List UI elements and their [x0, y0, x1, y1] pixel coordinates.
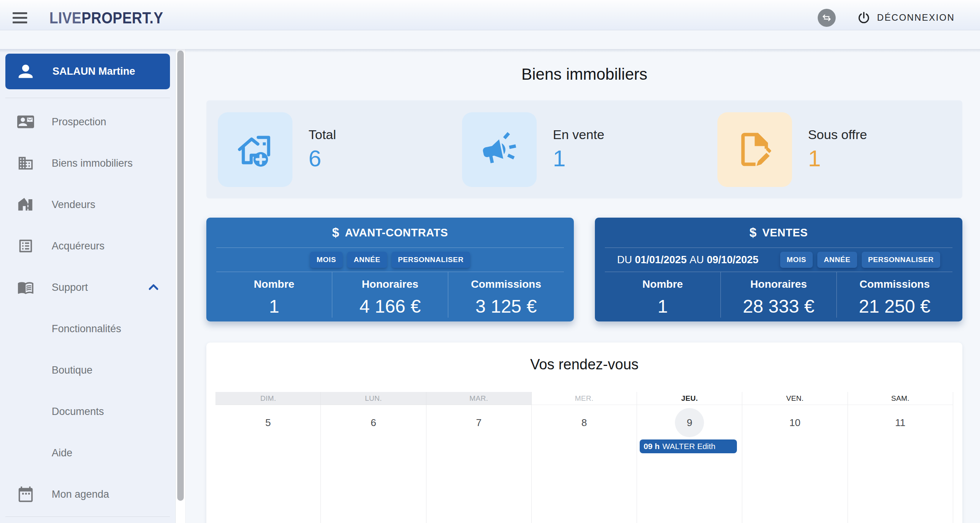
icon-spacer	[17, 403, 34, 420]
panel-avant-contrats: $AVANT-CONTRATSMOISANNÉEPERSONNALISERNom…	[206, 218, 574, 321]
sidebar-item-label: Acquéreurs	[52, 240, 105, 252]
panel-col-honoraires: Honoraires4 166 €	[332, 272, 448, 318]
sidebar-item-prospection[interactable]: Prospection	[0, 101, 175, 143]
menu-icon[interactable]	[13, 12, 27, 23]
panel-col-nombre: Nombre1	[216, 272, 332, 318]
person-icon	[17, 63, 34, 80]
day-number: 5	[253, 408, 283, 437]
agenda-title: Vos rendez-vous	[216, 343, 953, 373]
panel-col-commissions: Commissions21 250 €	[836, 272, 952, 318]
panel-col-nombre: Nombre1	[605, 272, 720, 318]
day-number: 10	[781, 408, 810, 437]
sidebar-menu: ProspectionBiens immobiliersVendeursAcqu…	[0, 101, 175, 515]
stat-total: Total6	[218, 112, 451, 187]
sidebar: SALAUN Martine ProspectionBiens immobili…	[0, 49, 175, 523]
panel-col-label: Commissions	[471, 278, 541, 290]
stat-sous-offre: Sous offre1	[696, 112, 951, 187]
sidebar-item-label: Biens immobiliers	[52, 157, 133, 169]
icon-spacer	[17, 362, 34, 379]
sidebar-item-label: Vendeurs	[52, 199, 95, 211]
sidebar-item-label: Support	[52, 282, 88, 293]
calendar-day-cell[interactable]: 8	[532, 405, 637, 523]
period-button-mois[interactable]: MOIS	[310, 252, 343, 268]
sidebar-item-mon-agenda[interactable]: Mon agenda	[0, 474, 175, 515]
stat-label: Total	[309, 127, 336, 142]
sidebar-scrollbar[interactable]	[175, 49, 186, 523]
appointment-name: WALTER Edith	[662, 442, 715, 451]
stat-value: 1	[553, 145, 604, 172]
icon-spacer	[17, 320, 34, 337]
sidebar-item-label: Mon agenda	[52, 489, 109, 500]
house-plus-icon	[218, 112, 292, 187]
app: LIVEPROPERT.Y DÉCONNEXION	[0, 0, 980, 523]
page-title: Biens immobiliers	[206, 65, 962, 84]
sidebar-item-label: Prospection	[52, 116, 106, 128]
calendar-day-cell[interactable]: 10	[742, 405, 848, 523]
panel-col-label: Nombre	[254, 278, 294, 290]
sidebar-item-boutique[interactable]: Boutique	[0, 349, 175, 391]
panel-title: VENTES	[762, 226, 808, 239]
panel-stats: Nombre1Honoraires4 166 €Commissions3 125…	[216, 272, 564, 318]
panel-col-value: 21 250 €	[859, 296, 931, 317]
calendar-day-cell[interactable]: 7	[426, 405, 532, 523]
book-icon	[17, 279, 34, 296]
sidebar-user-label: SALAUN Martine	[52, 66, 135, 77]
stat-value: 1	[808, 145, 867, 172]
main-area: Biens immobiliers Total6En vente1Sous of…	[186, 49, 980, 523]
sidebar-scrollbar-thumb[interactable]	[177, 51, 184, 501]
sidebar-item-aide[interactable]: Aide	[0, 432, 175, 474]
calendar-day-cell[interactable]: 6	[321, 405, 426, 523]
panels-row: $AVANT-CONTRATSMOISANNÉEPERSONNALISERNom…	[206, 218, 962, 321]
calendar-day-cell[interactable]: 909 hWALTER Edith	[637, 405, 742, 523]
panel-col-value: 1	[269, 296, 279, 317]
weekday-header-dim: DIM.	[216, 392, 321, 405]
stat-en-vente: En vente1	[451, 112, 696, 187]
sidebar-item-user-selected[interactable]: SALAUN Martine	[5, 54, 170, 89]
panel-stats: Nombre1Honoraires28 333 €Commissions21 2…	[605, 272, 952, 318]
panel-col-label: Honoraires	[750, 278, 807, 290]
logout-label: DÉCONNEXION	[877, 12, 955, 23]
appointment-pill[interactable]: 09 hWALTER Edith	[640, 439, 737, 453]
period-button-annee[interactable]: ANNÉE	[817, 252, 857, 268]
appointment-time: 09 h	[644, 442, 660, 451]
sidebar-divider	[5, 98, 170, 98]
sidebar-divider-bottom	[5, 516, 170, 517]
sidebar-item-biens-immobiliers[interactable]: Biens immobiliers	[0, 143, 175, 184]
sidebar-item-support[interactable]: Support	[0, 267, 175, 308]
sidebar-item-documents[interactable]: Documents	[0, 391, 175, 432]
panel-col-label: Commissions	[859, 278, 930, 290]
top-bar: LIVEPROPERT.Y DÉCONNEXION	[0, 0, 980, 30]
period-button-personnaliser[interactable]: PERSONNALISER	[862, 252, 940, 268]
period-button-annee[interactable]: ANNÉE	[347, 252, 387, 268]
sidebar-item-vendeurs[interactable]: Vendeurs	[0, 184, 175, 225]
logout-button[interactable]: DÉCONNEXION	[857, 11, 955, 25]
stat-value: 6	[309, 145, 336, 172]
day-number: 8	[570, 408, 599, 437]
list-icon	[17, 238, 34, 254]
date-to-value: 09/10/2025	[707, 254, 758, 266]
sidebar-item-fonctionnalites[interactable]: Fonctionnalités	[0, 308, 175, 349]
calendar-day-cell[interactable]: 5	[216, 405, 321, 523]
weekday-header-lun: LUN.	[321, 392, 426, 405]
calendar: DIM.LUN.MAR.MER.JEU.VEN.SAM.5678909 hWAL…	[216, 392, 953, 523]
app-logo: LIVEPROPERT.Y	[49, 8, 163, 27]
weekday-header-ven: VEN.	[742, 392, 848, 405]
building-icon	[17, 155, 34, 172]
panel-header: $VENTES	[595, 218, 962, 248]
stat-label: En vente	[553, 127, 604, 142]
panel-header: $AVANT-CONTRATS	[206, 218, 574, 248]
panel-col-value: 3 125 €	[475, 296, 537, 317]
panel-col-label: Nombre	[642, 278, 683, 290]
day-number: 6	[359, 408, 388, 437]
date-from-value: 01/01/2025	[635, 254, 687, 266]
panel-controls: DU 01/01/2025 AU 09/10/2025MOISANNÉEPERS…	[595, 248, 962, 272]
sidebar-item-label: Documents	[52, 406, 104, 418]
document-edit-icon	[717, 112, 792, 187]
swap-arrows-icon[interactable]	[818, 9, 836, 27]
house-sign-icon	[17, 196, 34, 213]
stat-text: Sous offre1	[808, 127, 867, 172]
period-button-personnaliser[interactable]: PERSONNALISER	[392, 252, 470, 268]
sidebar-item-acquereurs[interactable]: Acquéreurs	[0, 225, 175, 267]
period-button-mois[interactable]: MOIS	[780, 252, 813, 268]
calendar-day-cell[interactable]: 11	[848, 405, 953, 523]
